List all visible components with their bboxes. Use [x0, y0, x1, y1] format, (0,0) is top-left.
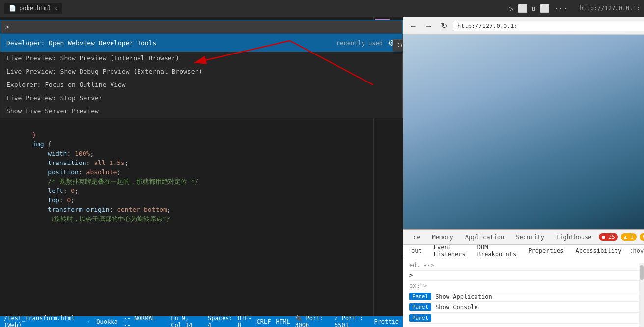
- tab-label: poke.html: [19, 5, 51, 12]
- top-bar: 📄 poke.html × ▷ ⬜ ⇅ ⬜ ··· http://127.0.0…: [0, 0, 644, 17]
- console-line-extra: Panel: [409, 313, 644, 324]
- editor-status-bar: /test_transform.html (Web) ⚡ Quokka -- N…: [0, 316, 403, 327]
- code-line: （旋转时，以会子底部的中心为旋转原点*/: [0, 214, 403, 223]
- html-file-icon: 📄: [9, 5, 16, 12]
- console-line: ox;">: [409, 281, 644, 291]
- panel-badge-1: Panel: [409, 303, 431, 311]
- command-item-label-5: Show Live Server Preview: [6, 108, 396, 115]
- command-item-label-2: Live Preview: Show Debug Preview (Extern…: [6, 68, 396, 75]
- code-line: left: 0;: [0, 186, 403, 195]
- port-5501[interactable]: ✓ Port : 5501: [335, 315, 369, 327]
- console-scrollbar-thumb[interactable]: [640, 265, 644, 280]
- code-line: }: [0, 130, 403, 139]
- command-input[interactable]: [0, 20, 402, 34]
- command-item-label-4: Live Preview: Stop Server: [6, 94, 396, 102]
- browser-address-bar: ← → ↻ http://127.0.0.1:: [403, 17, 644, 35]
- split-icon[interactable]: ⇅: [532, 4, 536, 13]
- devtools-tab-ce[interactable]: ce: [407, 231, 426, 244]
- devtools-sub-right: :hov .cls +: [629, 247, 644, 254]
- issue-badge[interactable]: ⚑ 262: [640, 233, 644, 241]
- back-button[interactable]: ←: [407, 21, 419, 31]
- prettier-label: Prettie: [374, 318, 399, 325]
- command-item-2[interactable]: Live Preview: Show Debug Preview (Extern…: [0, 65, 402, 78]
- command-list: Developer: Open Webview Developer Tools …: [0, 34, 403, 118]
- hov-button[interactable]: :hov: [629, 247, 644, 254]
- devtools-console: ed. --> > ox;"> Panel Show Application P…: [403, 257, 644, 327]
- top-toolbar: ▷ ⬜ ⇅ ⬜ ··· http://127.0.0.1:: [509, 4, 640, 13]
- code-line: /* 既然扑克牌是叠在一起的，那就都用绝对定位 */: [0, 177, 403, 186]
- refresh-button[interactable]: ↻: [439, 20, 449, 31]
- browser-pane: ← → ↻ http://127.0.0.1: ce: [403, 17, 644, 327]
- command-item-label-3: Explorer: Focus on Outline View: [6, 81, 396, 88]
- quokka-label: Quokka: [96, 318, 117, 325]
- console-text: ox;">: [409, 282, 427, 289]
- command-palette: Developer: Open Webview Developer Tools …: [0, 17, 403, 118]
- command-item-5[interactable]: Show Live Server Preview: [0, 105, 402, 118]
- line-ending[interactable]: CRLF: [257, 318, 271, 325]
- code-line: top: 0;: [0, 195, 403, 205]
- show-application-label: Show Application: [435, 293, 492, 300]
- webpage-preview: [403, 35, 644, 229]
- code-line: position: absolute;: [0, 167, 403, 177]
- devtools-badges: ● 25 ▲ 1 ⚑ 262 ⚙: [599, 232, 644, 242]
- spaces[interactable]: Spaces: 4: [208, 315, 233, 327]
- error-badge[interactable]: ● 25: [599, 233, 618, 241]
- console-line: ed. -->: [409, 260, 644, 271]
- status-right: Ln 9, Col 14 Spaces: 4 UTF-8 CRLF HTML 🔌…: [171, 315, 399, 327]
- editor-tab[interactable]: 📄 poke.html ×: [4, 3, 62, 14]
- language[interactable]: HTML: [276, 318, 290, 325]
- console-prompt[interactable]: >: [409, 272, 413, 279]
- console-line: >: [409, 271, 644, 281]
- console-scrollbar[interactable]: [639, 263, 644, 327]
- show-console-label: Show Console: [435, 304, 478, 311]
- code-line: transition: all 1.5s;: [0, 158, 403, 167]
- command-item-4[interactable]: Live Preview: Stop Server: [0, 91, 402, 105]
- console-comment: ed. -->: [409, 262, 434, 269]
- encoding[interactable]: UTF-8: [238, 315, 252, 327]
- forward-button[interactable]: →: [423, 21, 435, 31]
- panel-badge-0: Panel: [409, 293, 431, 300]
- browser-url-right: http://127.0.0.1:: [580, 5, 640, 12]
- sub-tab-properties[interactable]: Properties: [524, 245, 567, 256]
- devtools-sub-tabs: out Event Listeners DOM Breakpoints Prop…: [403, 245, 644, 257]
- devtools-tab-lighthouse[interactable]: Lighthouse: [550, 231, 597, 244]
- inspect-icon[interactable]: ⬜: [518, 4, 528, 13]
- keybinding-tooltip: Configure Keybinding: [393, 39, 403, 51]
- console-show-console: Panel Show Console: [409, 302, 644, 313]
- command-item-label-1: Live Preview: Show Preview (Internal Bro…: [6, 54, 396, 62]
- tab-close-button[interactable]: ×: [54, 5, 57, 12]
- port-3000[interactable]: 🔌 Port: 3000: [295, 315, 330, 327]
- command-input-wrapper: [0, 20, 403, 34]
- filename-label: /test_transform.html (Web): [4, 315, 81, 327]
- quokka-icon: ⚡: [87, 318, 90, 325]
- mode-label: -- NORMAL --: [124, 315, 160, 327]
- warning-badge[interactable]: ▲ 1: [621, 233, 637, 241]
- command-item-1[interactable]: Live Preview: Show Preview (Internal Bro…: [0, 52, 402, 65]
- command-item-0[interactable]: Developer: Open Webview Developer Tools …: [0, 34, 402, 52]
- main-area: Developer: Open Webview Developer Tools …: [0, 17, 644, 327]
- editor-pane: Developer: Open Webview Developer Tools …: [0, 17, 403, 327]
- sub-tab-out[interactable]: out: [407, 245, 426, 256]
- sub-tab-accessibility[interactable]: Accessibility: [571, 245, 625, 256]
- address-bar[interactable]: http://127.0.0.1:: [453, 21, 644, 31]
- console-show-application: Panel Show Application: [409, 291, 644, 302]
- command-item-label-0: Developer: Open Webview Developer Tools: [6, 39, 336, 47]
- command-item-3[interactable]: Explorer: Focus on Outline View: [0, 78, 402, 91]
- browser-content-area: ce Memory Application Security Lighthous…: [403, 35, 644, 327]
- ln-col[interactable]: Ln 9, Col 14: [171, 315, 203, 327]
- run-icon[interactable]: ▷: [509, 4, 514, 13]
- devtools-panel: ce Memory Application Security Lighthous…: [403, 229, 644, 327]
- more-icon[interactable]: ···: [554, 4, 568, 13]
- code-line: width: 100%;: [0, 149, 403, 158]
- layout-icon[interactable]: ⬜: [540, 4, 550, 13]
- recently-used-badge: recently used: [336, 40, 383, 47]
- code-line: img {: [0, 139, 403, 149]
- panel-badge-2: Panel: [409, 314, 431, 322]
- code-line: transform-origin: center bottom;: [0, 205, 403, 214]
